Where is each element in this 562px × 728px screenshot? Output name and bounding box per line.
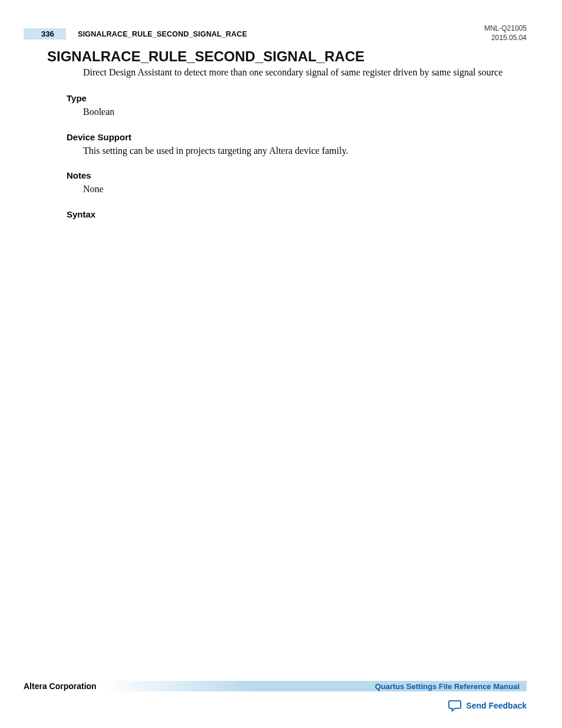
footer-gradient-bar: Quartus Settings File Reference Manual bbox=[104, 681, 527, 691]
page-footer: Altera Corporation Quartus Settings File… bbox=[24, 681, 527, 691]
document-date: 2015.05.04 bbox=[484, 33, 527, 42]
section-device-support-body: This setting can be used in projects tar… bbox=[83, 144, 521, 157]
section-device-support-label: Device Support bbox=[67, 132, 521, 142]
manual-link[interactable]: Quartus Settings File Reference Manual bbox=[375, 682, 520, 691]
page-title: SIGNALRACE_RULE_SECOND_SIGNAL_RACE bbox=[47, 48, 365, 65]
section-notes-body: None bbox=[83, 183, 521, 196]
page-number: 336 bbox=[24, 28, 66, 39]
page-container: 336 SIGNALRACE_RULE_SECOND_SIGNAL_RACE M… bbox=[0, 0, 562, 728]
document-id: MNL-Q21005 bbox=[484, 24, 527, 33]
page-header: 336 SIGNALRACE_RULE_SECOND_SIGNAL_RACE M… bbox=[24, 28, 527, 42]
description-text: Direct Design Assistant to detect more t… bbox=[83, 66, 521, 79]
running-header-title: SIGNALRACE_RULE_SECOND_SIGNAL_RACE bbox=[78, 30, 247, 38]
section-notes-label: Notes bbox=[67, 170, 521, 180]
footer-bar: Altera Corporation Quartus Settings File… bbox=[24, 681, 527, 691]
section-type-label: Type bbox=[67, 93, 521, 103]
header-meta: MNL-Q21005 2015.05.04 bbox=[484, 24, 527, 42]
section-syntax-label: Syntax bbox=[67, 209, 521, 219]
speech-bubble-icon bbox=[448, 700, 461, 711]
send-feedback-link[interactable]: Send Feedback bbox=[448, 700, 527, 711]
section-type-body: Boolean bbox=[83, 106, 521, 118]
footer-company: Altera Corporation bbox=[24, 681, 104, 691]
content-area: Direct Design Assistant to detect more t… bbox=[67, 66, 521, 222]
send-feedback-label: Send Feedback bbox=[466, 701, 527, 710]
